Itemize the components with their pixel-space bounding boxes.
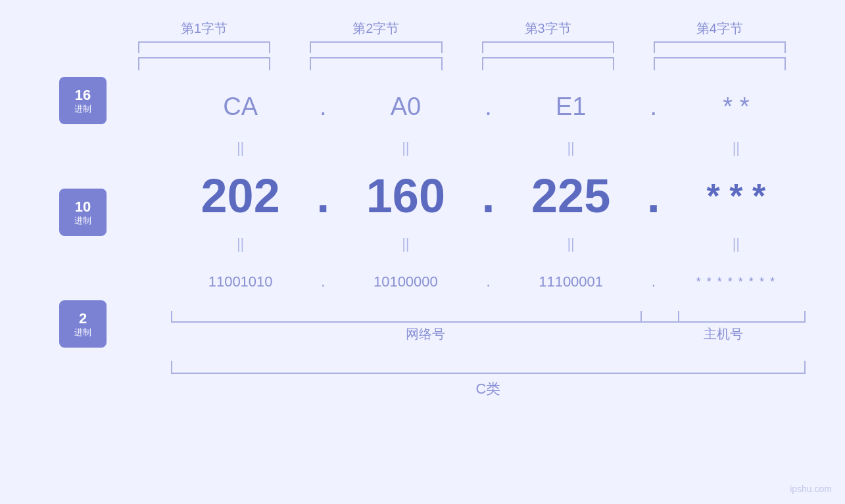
dec-badge-bottom: 进制: [74, 216, 91, 226]
eq-1-4: ||: [667, 139, 806, 156]
dec-row: 202 . 160 . 225 . * * *: [118, 160, 806, 232]
dec-dot-1-val: .: [316, 170, 329, 222]
bin-val-4: * * * * * * * *: [696, 275, 776, 288]
watermark: ipshu.com: [790, 484, 832, 494]
eq-sym-1-3: ||: [567, 139, 574, 156]
bin-cell-1: 11001010: [171, 273, 310, 290]
column-headers: 第1字节 第2字节 第3字节 第4字节: [39, 20, 806, 70]
hex-cell-4: * *: [667, 93, 806, 121]
hex-badge-bottom: 进制: [74, 104, 91, 114]
eq-sym-2-2: ||: [402, 235, 409, 252]
hex-dot-3: .: [640, 93, 667, 121]
dec-val-3: 225: [531, 170, 610, 222]
equals-row-1: || || || ||: [118, 136, 806, 160]
dec-dot-1: .: [310, 169, 336, 223]
host-label: 主机号: [640, 325, 806, 343]
dec-cell-3: 225: [502, 169, 640, 223]
bin-dot-3-val: .: [652, 273, 656, 290]
eq-sym-2-1: ||: [237, 235, 244, 252]
bin-dot-1: .: [310, 273, 336, 290]
bin-cell-3: 11100001: [502, 273, 640, 290]
content-area: 16 进制 10 进制 2 进制 CA . A0 .: [39, 77, 806, 491]
bin-val-2: 10100000: [374, 273, 438, 290]
bin-row: 11001010 . 10100000 . 11100001 . * * * *…: [118, 256, 806, 308]
bin-badge-bottom: 进制: [74, 327, 91, 338]
bin-dot-1-val: .: [321, 273, 325, 290]
dec-dot-3: .: [640, 169, 667, 223]
eq-1-2: ||: [336, 139, 475, 156]
hex-val-2: A0: [391, 93, 421, 120]
network-bracket: [171, 311, 679, 323]
eq-2-3: ||: [502, 235, 640, 252]
eq-sym-1-4: ||: [733, 139, 740, 156]
dec-val-1: 202: [201, 170, 280, 222]
dec-dot-2-val: .: [481, 170, 495, 222]
col-header-1: 第1字节: [118, 20, 290, 70]
hex-dot-1: .: [310, 93, 336, 121]
bin-val-1: 11001010: [208, 273, 273, 290]
class-section: C类: [118, 361, 806, 399]
bin-dot-3: .: [640, 273, 667, 290]
dec-dot-2: .: [475, 169, 502, 223]
hex-dot-2-val: .: [485, 93, 492, 120]
col-header-3-label: 第3字节: [525, 21, 571, 35]
bin-dot-2-val: .: [486, 273, 490, 290]
bin-val-3: 11100001: [539, 273, 603, 290]
network-label: 网络号: [171, 325, 679, 343]
col-header-4-label: 第4字节: [696, 21, 743, 35]
hex-cell-2: A0: [336, 93, 475, 121]
dec-cell-1: 202: [171, 169, 310, 223]
hex-val-3: E1: [556, 93, 586, 120]
bin-badge: 2 进制: [59, 300, 107, 348]
bin-cell-4: * * * * * * * *: [667, 275, 806, 289]
hex-cell-3: E1: [502, 93, 640, 121]
hex-badge-top: 16: [75, 87, 91, 104]
network-host-labels: 网络号 主机号: [118, 311, 806, 350]
class-bracket: [171, 361, 806, 374]
col-header-3: 第3字节: [462, 20, 634, 70]
col-header-4: 第4字节: [634, 20, 806, 70]
eq-1-1: ||: [171, 139, 310, 156]
hex-dot-2: .: [475, 93, 502, 121]
dec-val-4: * * *: [707, 177, 766, 215]
dec-cell-4: * * *: [667, 176, 806, 216]
hex-row: CA . A0 . E1 . * *: [118, 77, 806, 136]
hex-dot-1-val: .: [320, 93, 327, 120]
col-header-2-label: 第2字节: [352, 21, 399, 35]
hex-val-1: CA: [223, 93, 258, 120]
hex-badge: 16 进制: [59, 77, 107, 124]
dec-cell-2: 160: [336, 169, 475, 223]
dec-badge: 10 进制: [59, 189, 107, 236]
bin-cell-2: 10100000: [336, 273, 475, 290]
bin-badge-top: 2: [79, 310, 87, 327]
class-label: C类: [171, 379, 806, 399]
dec-dot-3-val: .: [647, 170, 660, 222]
eq-sym-2-3: ||: [567, 235, 574, 252]
eq-2-2: ||: [336, 235, 475, 252]
hex-val-4: * *: [723, 93, 749, 120]
hex-cell-1: CA: [171, 93, 310, 121]
eq-sym-2-4: ||: [733, 235, 740, 252]
eq-1-3: ||: [502, 139, 640, 156]
main-container: 第1字节 第2字节 第3字节 第4字节 16 进制 10 进制 2: [0, 0, 845, 504]
eq-2-4: ||: [667, 235, 806, 252]
hex-dot-3-val: .: [650, 93, 657, 120]
eq-sym-1-1: ||: [237, 139, 244, 156]
bin-dot-2: .: [475, 273, 502, 290]
dec-badge-top: 10: [75, 198, 91, 216]
equals-row-2: || || || ||: [118, 232, 806, 256]
host-bracket: [640, 311, 806, 323]
eq-2-1: ||: [171, 235, 310, 252]
dec-val-2: 160: [366, 170, 445, 222]
eq-sym-1-2: ||: [402, 139, 409, 156]
col-header-1-label: 第1字节: [181, 21, 228, 35]
col-header-2: 第2字节: [290, 20, 462, 70]
